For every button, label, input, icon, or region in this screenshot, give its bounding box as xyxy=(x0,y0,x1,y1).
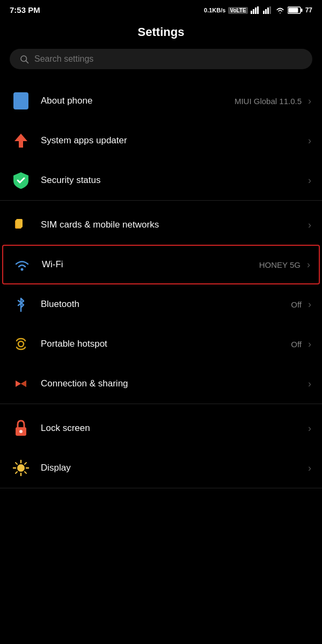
chevron-icon: › xyxy=(308,175,311,186)
search-input[interactable] xyxy=(34,54,303,64)
about-phone-label: About phone xyxy=(41,96,92,106)
svg-rect-10 xyxy=(288,8,298,12)
settings-item-display[interactable]: Display › xyxy=(0,448,322,488)
bluetooth-value: Off xyxy=(291,300,302,309)
lock-screen-label: Lock screen xyxy=(41,423,90,434)
battery-icon xyxy=(288,6,303,14)
status-bar: 7:53 PM 0.1KB/s VoLTE xyxy=(0,0,322,18)
svg-line-12 xyxy=(26,61,28,63)
wifi-status-icon xyxy=(275,6,285,14)
display-label: Display xyxy=(41,463,71,473)
sim-icon xyxy=(11,215,31,235)
svg-line-28 xyxy=(25,463,26,464)
hotspot-icon xyxy=(11,334,31,354)
svg-marker-13 xyxy=(14,134,27,148)
chevron-icon: › xyxy=(308,339,311,350)
arrow-up-icon xyxy=(11,130,31,151)
svg-rect-4 xyxy=(263,11,265,14)
settings-item-wifi[interactable]: Wi-Fi HONEY 5G › xyxy=(2,245,320,284)
shield-icon xyxy=(11,170,31,191)
section-system: About phone MIUI Global 11.0.5 › System … xyxy=(0,81,322,201)
svg-line-26 xyxy=(16,463,17,464)
chevron-icon: › xyxy=(308,219,311,231)
settings-item-about-phone[interactable]: About phone MIUI Global 11.0.5 › xyxy=(0,81,322,121)
svg-rect-5 xyxy=(265,9,267,14)
chevron-icon: › xyxy=(307,259,310,270)
connection-sharing-icon xyxy=(11,374,31,394)
settings-item-sim-cards[interactable]: SIM cards & mobile networks › xyxy=(0,205,322,245)
hotspot-value: Off xyxy=(291,340,302,349)
phone-icon xyxy=(11,91,31,111)
signal-icon xyxy=(251,6,260,14)
svg-line-29 xyxy=(16,472,17,473)
chevron-icon: › xyxy=(308,135,311,147)
settings-item-hotspot[interactable]: Portable hotspot Off › xyxy=(0,324,322,364)
svg-point-21 xyxy=(17,464,25,472)
display-icon xyxy=(11,458,31,478)
settings-item-system-apps-updater[interactable]: System apps updater › xyxy=(0,121,322,160)
section-personalization: Lock screen › Display › xyxy=(0,408,322,488)
svg-rect-9 xyxy=(301,9,302,12)
chevron-icon: › xyxy=(308,299,311,310)
settings-item-security-status[interactable]: Security status › xyxy=(0,160,322,200)
svg-point-18 xyxy=(18,341,24,347)
connection-sharing-label: Connection & sharing xyxy=(41,378,128,389)
settings-item-bluetooth[interactable]: Bluetooth Off › xyxy=(0,284,322,324)
svg-point-20 xyxy=(19,430,23,433)
svg-rect-0 xyxy=(251,11,252,14)
signal2-icon xyxy=(263,6,273,14)
wifi-icon xyxy=(12,254,32,275)
status-time: 7:53 PM xyxy=(10,5,40,14)
battery-level: 77 xyxy=(305,6,312,14)
network-speed: 0.1KB/s VoLTE xyxy=(204,7,248,13)
bluetooth-label: Bluetooth xyxy=(41,299,79,310)
search-bar[interactable] xyxy=(10,49,312,69)
settings-item-connection-sharing[interactable]: Connection & sharing › xyxy=(0,364,322,404)
svg-rect-15 xyxy=(16,219,23,228)
svg-rect-7 xyxy=(269,6,271,14)
svg-rect-1 xyxy=(253,9,254,14)
wifi-label: Wi-Fi xyxy=(42,259,63,270)
svg-rect-3 xyxy=(257,6,259,14)
chevron-icon: › xyxy=(308,463,311,474)
chevron-icon: › xyxy=(308,96,311,107)
page-title: Settings xyxy=(0,18,322,49)
system-apps-updater-label: System apps updater xyxy=(41,135,127,146)
sim-cards-label: SIM cards & mobile networks xyxy=(41,219,159,230)
chevron-icon: › xyxy=(308,423,311,434)
hotspot-label: Portable hotspot xyxy=(41,339,107,349)
svg-rect-6 xyxy=(267,8,269,14)
chevron-icon: › xyxy=(308,378,311,390)
bluetooth-icon xyxy=(11,294,31,314)
search-icon xyxy=(19,54,29,64)
svg-line-27 xyxy=(25,472,26,473)
section-connectivity: SIM cards & mobile networks › Wi-Fi HONE… xyxy=(0,205,322,404)
security-status-label: Security status xyxy=(41,175,101,186)
settings-item-lock-screen[interactable]: Lock screen › xyxy=(0,408,322,448)
about-phone-value: MIUI Global 11.0.5 xyxy=(235,97,302,106)
status-right: 0.1KB/s VoLTE 77 xyxy=(204,6,312,14)
svg-rect-2 xyxy=(255,8,257,14)
wifi-value: HONEY 5G xyxy=(259,260,301,269)
svg-point-16 xyxy=(21,268,24,271)
lock-icon xyxy=(11,418,31,438)
